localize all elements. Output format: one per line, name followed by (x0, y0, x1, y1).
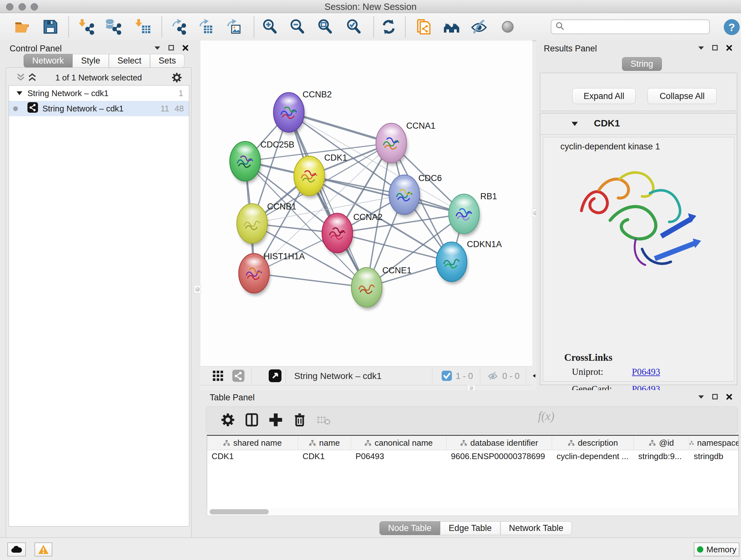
import-network-icon[interactable] (77, 18, 95, 36)
sphere-icon[interactable] (499, 18, 517, 36)
eye-slash-icon[interactable] (470, 18, 488, 36)
tab-edge-table[interactable]: Edge Table (440, 521, 500, 535)
expand-all-button[interactable]: Expand All (572, 88, 636, 104)
share-document-icon[interactable] (415, 18, 433, 36)
panel-close-icon[interactable] (726, 44, 733, 51)
zoom-out-icon[interactable] (288, 18, 306, 36)
node-CCNB2[interactable]: CCNB2 (273, 90, 332, 135)
delete-column-icon[interactable] (291, 411, 309, 429)
node-CDC25B[interactable]: CDC25B (230, 140, 294, 184)
warnings-button[interactable] (35, 543, 52, 557)
panel-float-icon[interactable] (712, 393, 719, 400)
tab-string[interactable]: String (622, 57, 662, 71)
horizontal-splitter-handle[interactable] (467, 385, 475, 390)
table-cell[interactable]: CDK1 (207, 450, 298, 462)
memory-status-dot (697, 546, 703, 553)
tab-network[interactable]: Network (23, 54, 72, 68)
node-HIST1H1A[interactable]: HIST1H1A (239, 252, 305, 296)
column-header-database-identifier[interactable]: database identifier (447, 436, 552, 450)
search-icon (555, 21, 565, 32)
edge-HIST1H1A-CCNE1[interactable] (254, 273, 367, 287)
houses-icon[interactable] (443, 18, 461, 36)
node-CDC6[interactable]: CDC6 (389, 173, 442, 217)
panel-float-icon[interactable] (712, 44, 719, 51)
table-cell[interactable]: P06493 (351, 450, 447, 462)
tab-style[interactable]: Style (72, 54, 109, 68)
help-button[interactable]: ? (724, 19, 740, 35)
grid-view-icon[interactable] (213, 371, 223, 382)
table-horizontal-scrollbar[interactable] (207, 508, 739, 516)
table-cell[interactable]: stringdb:9... (634, 450, 689, 462)
network-row[interactable]: String Network – cdk1 11 48 (9, 101, 189, 116)
cloud-button[interactable] (7, 543, 26, 557)
column-header-name[interactable]: name (298, 436, 351, 450)
node-CCNB1[interactable]: CCNB1 (237, 202, 296, 246)
network-view[interactable]: CCNB2 CCNA1 CDC25B CDK1 CDC6 (200, 41, 532, 366)
node-CDKN1A[interactable]: CDKN1A (436, 240, 502, 284)
warning-icon (38, 545, 49, 554)
save-session-icon[interactable] (42, 18, 59, 36)
panel-close-icon[interactable] (726, 393, 733, 400)
tree-expander-icon[interactable] (16, 88, 23, 98)
network-canvas[interactable]: CCNB2 CCNA1 CDC25B CDK1 CDC6 (200, 41, 532, 366)
table-row[interactable]: CDK1CDK1P064939606.ENSP00000378699cyclin… (207, 450, 738, 462)
hidden-eye-slash-icon[interactable] (486, 370, 499, 383)
network-view-toolbar: String Network – cdk1 1 - 0 0 - 0 (200, 366, 532, 385)
panel-float-icon[interactable] (168, 44, 175, 51)
import-table-icon[interactable] (134, 18, 151, 36)
refresh-icon[interactable] (380, 18, 398, 36)
show-columns-icon[interactable] (243, 411, 261, 429)
column-header-namespace[interactable]: namespace (689, 436, 739, 450)
node-label-CCNB2: CCNB2 (302, 90, 332, 99)
node-CDK1[interactable]: CDK1 (294, 153, 347, 198)
left-splitter-handle[interactable] (194, 285, 201, 294)
table-cell[interactable]: stringdb (689, 450, 739, 462)
node-RB1[interactable]: RB1 (449, 192, 497, 236)
zoom-in-icon[interactable] (261, 18, 279, 36)
selected-checkbox-icon[interactable] (442, 371, 452, 382)
tab-node-table[interactable]: Node Table (380, 521, 440, 535)
search-box[interactable] (551, 19, 710, 34)
zoom-fit-icon[interactable] (316, 18, 334, 36)
panel-close-icon[interactable] (182, 44, 189, 51)
import-network-database-icon[interactable] (105, 18, 122, 36)
column-header-description[interactable]: description (552, 436, 634, 450)
table-cell[interactable]: 9606.ENSP00000378699 (447, 450, 552, 462)
birdseye-view-icon[interactable] (269, 369, 281, 383)
scrollbar-thumb[interactable] (210, 509, 269, 514)
network-options-gear-icon[interactable] (171, 71, 183, 85)
node-CCNE1[interactable]: CCNE1 (351, 266, 412, 310)
titlebar: Session: New Session (0, 0, 741, 13)
memory-button[interactable]: Memory (694, 543, 739, 557)
gene-header-row[interactable]: CDK1 (540, 113, 737, 135)
crosslink-label: Uniprot: (572, 367, 603, 377)
panel-collapse-icon[interactable] (697, 44, 704, 51)
column-header-shared-name[interactable]: shared name (207, 436, 298, 450)
column-header--id[interactable]: @id (634, 436, 689, 450)
section-expander-icon[interactable] (571, 121, 579, 128)
column-header-canonical-name[interactable]: canonical name (351, 436, 447, 450)
node-CCNA1[interactable]: CCNA1 (376, 121, 435, 165)
zoom-selected-icon[interactable] (345, 18, 362, 36)
tab-network-table[interactable]: Network Table (500, 521, 572, 535)
collapse-all-button[interactable]: Collapse All (648, 88, 717, 104)
open-session-icon[interactable] (13, 18, 31, 36)
results-controls-box: Expand All Collapse All (540, 73, 737, 111)
share-view-icon[interactable] (232, 370, 245, 383)
network-collection-row[interactable]: String Network – cdk1 1 (9, 85, 189, 101)
table-cell[interactable]: cyclin-dependent ... (552, 450, 634, 462)
search-input[interactable] (567, 22, 709, 32)
toolbar-divider (161, 16, 162, 37)
crosslink-link[interactable]: P06493 (632, 367, 660, 377)
tab-select[interactable]: Select (109, 54, 150, 68)
panel-collapse-icon[interactable] (154, 44, 161, 51)
export-image-icon[interactable] (224, 18, 242, 36)
table-cell[interactable]: CDK1 (298, 450, 351, 462)
export-network-icon[interactable] (169, 18, 187, 36)
panel-collapse-icon[interactable] (697, 393, 704, 400)
add-column-icon[interactable] (267, 411, 285, 429)
table-settings-gear-icon[interactable] (219, 411, 237, 429)
export-table-icon[interactable] (196, 18, 214, 36)
cloud-icon (10, 545, 23, 554)
tab-sets[interactable]: Sets (150, 54, 185, 68)
